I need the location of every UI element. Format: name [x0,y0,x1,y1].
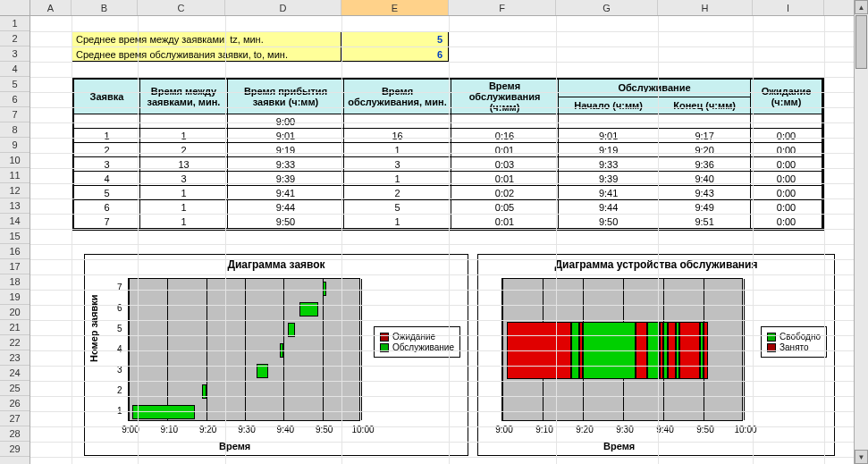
row-header-3[interactable]: 3 [0,46,29,62]
vertical-scrollbar[interactable]: ▲ ▼ [854,0,868,464]
cell[interactable] [559,114,659,129]
col-header-A[interactable]: A [30,0,72,15]
col-header-D[interactable]: D [225,0,341,15]
col-header-B[interactable]: B [72,0,138,15]
row-header-6[interactable]: 6 [0,92,29,107]
col-header-F[interactable]: F [449,0,556,15]
cell[interactable]: 1 [344,143,451,157]
row-header-15[interactable]: 15 [0,229,29,244]
cell[interactable] [344,114,451,129]
cell[interactable]: 3 [74,157,140,172]
row-header-10[interactable]: 10 [0,153,29,168]
col-header-C[interactable]: C [138,0,225,15]
th-wait: Ожидание (ч:мм) [751,80,822,114]
cell[interactable]: 0:00 [751,143,822,157]
row-header-12[interactable]: 12 [0,183,29,198]
col-header-I[interactable]: I [753,0,824,15]
cell[interactable]: 16 [344,129,451,143]
row-header-28[interactable]: 28 [0,426,29,442]
row-header-13[interactable]: 13 [0,198,29,214]
scroll-thumb[interactable] [855,15,867,69]
cell[interactable]: 0:03 [451,157,559,172]
cell[interactable]: 0:00 [751,200,822,215]
cell[interactable]: 3 [344,157,451,172]
cell[interactable] [74,114,140,129]
cell[interactable]: 13 [140,157,228,172]
param-to: Среднее время обслуживания заявки, to, м… [72,46,449,62]
row-header-19[interactable]: 19 [0,290,29,305]
cell[interactable]: 9:51 [659,215,751,229]
cell[interactable]: 0:00 [751,129,822,143]
col-header-H[interactable]: H [658,0,753,15]
cell[interactable]: 0:05 [451,200,559,215]
cell[interactable]: 1 [344,215,451,229]
select-all-corner[interactable] [0,0,30,15]
row-header-17[interactable]: 17 [0,259,29,274]
cell[interactable]: 9:33 [559,157,659,172]
cell[interactable]: 0:00 [751,215,822,229]
row-header-23[interactable]: 23 [0,350,29,366]
cell[interactable]: 1 [140,215,228,229]
cell[interactable]: 2 [74,143,140,157]
row-header-4[interactable]: 4 [0,62,29,77]
th-request: Заявка [74,80,140,114]
cell[interactable]: 9:19 [228,143,344,157]
cell[interactable]: 6 [74,200,140,215]
cell[interactable] [451,114,559,129]
row-header-27[interactable]: 27 [0,411,29,426]
cell[interactable]: 9:50 [559,215,659,229]
row-header-16[interactable]: 16 [0,244,29,259]
cell[interactable]: 2 [140,143,228,157]
cell[interactable]: 9:20 [659,143,751,157]
row-header-25[interactable]: 25 [0,381,29,396]
row-header-2[interactable]: 2 [0,31,29,46]
row-header-24[interactable]: 24 [0,366,29,381]
scroll-up-button[interactable]: ▲ [855,0,868,14]
param-tz-value[interactable]: 5 [341,32,448,46]
cell[interactable]: 0:00 [751,157,822,172]
cell[interactable]: 1 [140,129,228,143]
col-header-G[interactable]: G [556,0,658,15]
cell[interactable]: 9:17 [659,129,751,143]
row-header-11[interactable]: 11 [0,168,29,183]
chart1-title: Диаграмма заявок [85,255,468,273]
cell[interactable] [751,114,822,129]
cell[interactable]: 9:33 [228,157,344,172]
cell[interactable] [659,114,751,129]
row-header-8[interactable]: 8 [0,122,29,138]
row-header-18[interactable]: 18 [0,274,29,290]
cell[interactable]: 9:01 [559,129,659,143]
param-to-value[interactable]: 6 [341,47,448,61]
row-header-29[interactable]: 29 [0,442,29,457]
row-header-1[interactable]: 1 [0,16,29,31]
cell[interactable] [140,114,228,129]
cell[interactable]: 0:01 [451,215,559,229]
cell[interactable]: 1 [140,200,228,215]
row-header-26[interactable]: 26 [0,396,29,411]
cell[interactable]: 9:01 [228,129,344,143]
cell[interactable]: 7 [74,215,140,229]
cell[interactable]: 9:19 [559,143,659,157]
cell[interactable]: 9:44 [228,200,344,215]
cell[interactable]: 9:36 [659,157,751,172]
col-header-E[interactable]: E [341,0,449,15]
cell[interactable]: 1 [74,129,140,143]
row-header-9[interactable]: 9 [0,138,29,153]
row-header-5[interactable]: 5 [0,77,29,92]
cell[interactable]: 9:50 [228,215,344,229]
row-header-21[interactable]: 21 [0,320,29,335]
cell[interactable]: 5 [344,200,451,215]
cell[interactable]: 9:44 [559,200,659,215]
chart1-ytick: 7 [117,283,122,292]
cell[interactable]: 9:49 [659,200,751,215]
row-header-7[interactable]: 7 [0,107,29,122]
cells-area[interactable]: Среднее время между заявками, tz, мин. 5… [30,16,854,464]
cell[interactable]: 0:16 [451,129,559,143]
cell[interactable]: 0:01 [451,143,559,157]
row-header-14[interactable]: 14 [0,214,29,229]
row-header-20[interactable]: 20 [0,305,29,320]
cell[interactable]: 9:00 [228,114,344,129]
row-header-22[interactable]: 22 [0,335,29,350]
chart1-plot [128,278,360,421]
scroll-down-button[interactable]: ▼ [855,450,868,464]
